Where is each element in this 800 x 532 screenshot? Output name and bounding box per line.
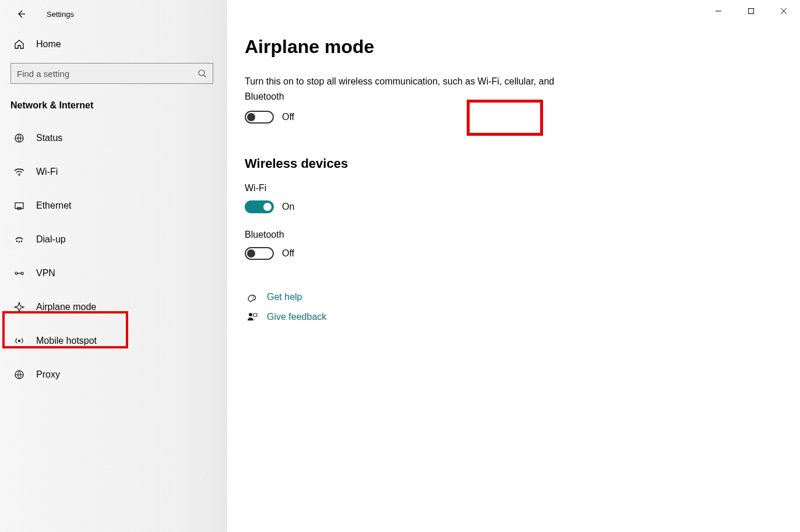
home-icon: [13, 38, 26, 50]
search-icon: [198, 69, 207, 78]
sidebar-item-label: VPN: [36, 268, 55, 279]
status-icon: [13, 132, 26, 144]
airplane-toggle-row: Off: [245, 111, 612, 124]
wifi-toggle-label: On: [282, 202, 294, 212]
vpn-icon: [13, 267, 26, 279]
hotspot-icon: [13, 335, 26, 347]
svg-point-7: [19, 241, 20, 243]
category-header: Network & Internet: [0, 94, 227, 121]
window-controls: [702, 0, 800, 22]
content: Airplane mode Turn this on to stop all w…: [227, 0, 612, 323]
wifi-icon: [13, 166, 26, 178]
sidebar-item-dialup[interactable]: Dial-up: [0, 223, 227, 256]
minimize-button[interactable]: [702, 0, 735, 22]
svg-point-10: [21, 272, 23, 274]
sidebar-item-ethernet[interactable]: Ethernet: [0, 189, 227, 223]
help-icon: ?: [245, 291, 260, 303]
back-button[interactable]: [14, 7, 28, 21]
sidebar-item-hotspot[interactable]: Mobile hotspot: [0, 324, 227, 358]
feedback-icon: [245, 311, 260, 323]
wifi-toggle-row: On: [245, 200, 612, 213]
svg-point-19: [249, 313, 252, 316]
search-wrap: [0, 56, 227, 94]
svg-rect-15: [749, 9, 754, 14]
home-label: Home: [36, 39, 61, 50]
wireless-devices-title: Wireless devices: [245, 156, 612, 171]
sidebar-item-airplane[interactable]: Airplane mode: [0, 290, 227, 324]
svg-point-9: [15, 272, 17, 274]
sidebar: Settings Home Network & Internet Status …: [0, 0, 227, 532]
sidebar-item-label: Airplane mode: [36, 302, 96, 312]
app-title: Settings: [47, 10, 74, 19]
svg-point-6: [16, 241, 18, 242]
toggle-knob: [263, 203, 272, 211]
sidebar-item-label: Proxy: [36, 369, 60, 380]
sidebar-item-label: Dial-up: [36, 234, 66, 245]
maximize-button[interactable]: [735, 0, 767, 22]
titlebar: Settings: [0, 5, 227, 33]
svg-point-0: [199, 70, 205, 76]
close-button[interactable]: [767, 0, 800, 22]
device-bluetooth: Bluetooth Off: [245, 230, 612, 260]
bluetooth-toggle-row: Off: [245, 247, 612, 260]
svg-point-8: [21, 241, 23, 242]
svg-point-3: [19, 175, 20, 176]
help-links: ? Get help Give feedback: [245, 291, 612, 323]
sidebar-item-label: Ethernet: [36, 200, 71, 211]
device-name: Bluetooth: [245, 230, 612, 240]
toggle-knob: [247, 249, 255, 258]
dialup-icon: [13, 234, 26, 245]
airplane-toggle[interactable]: [245, 111, 274, 124]
sidebar-item-home[interactable]: Home: [0, 33, 227, 56]
proxy-icon: [13, 369, 26, 380]
svg-rect-20: [253, 313, 257, 316]
device-wifi: Wi-Fi On: [245, 183, 612, 213]
device-name: Wi-Fi: [245, 183, 612, 193]
bluetooth-toggle[interactable]: [245, 247, 274, 260]
sidebar-item-wifi[interactable]: Wi-Fi: [0, 155, 227, 189]
get-help-link[interactable]: ? Get help: [245, 291, 612, 303]
main: Airplane mode Turn this on to stop all w…: [227, 0, 800, 532]
sidebar-item-label: Wi-Fi: [36, 167, 58, 177]
sidebar-item-label: Status: [36, 133, 62, 143]
page-title: Airplane mode: [245, 36, 612, 58]
toggle-knob: [247, 113, 255, 121]
ethernet-icon: [13, 200, 26, 212]
airplane-icon: [13, 301, 26, 313]
search-box[interactable]: [10, 63, 213, 84]
sidebar-item-proxy[interactable]: Proxy: [0, 358, 227, 392]
wifi-toggle[interactable]: [245, 200, 274, 213]
svg-point-12: [18, 340, 20, 342]
get-help-label: Get help: [267, 292, 302, 302]
airplane-toggle-label: Off: [282, 112, 294, 122]
page-description: Turn this on to stop all wireless commun…: [245, 74, 571, 104]
sidebar-item-vpn[interactable]: VPN: [0, 256, 227, 290]
search-input[interactable]: [17, 69, 198, 79]
sidebar-item-status[interactable]: Status: [0, 121, 227, 155]
give-feedback-link[interactable]: Give feedback: [245, 311, 612, 323]
svg-text:?: ?: [252, 294, 255, 300]
give-feedback-label: Give feedback: [267, 312, 326, 322]
bluetooth-toggle-label: Off: [282, 248, 294, 259]
svg-line-1: [204, 75, 206, 77]
sidebar-item-label: Mobile hotspot: [36, 336, 97, 346]
